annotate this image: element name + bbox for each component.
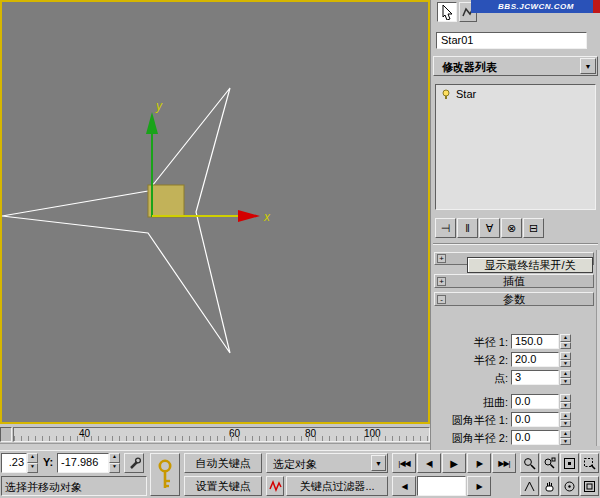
key-filters-button[interactable]: 关键点过滤器...: [286, 476, 388, 496]
key-icon: [156, 458, 174, 492]
rollout-toggle-icon[interactable]: -: [437, 295, 446, 304]
stack-item-star[interactable]: Star: [438, 87, 593, 102]
show-end-result-icon: ‖: [465, 222, 470, 234]
param-label: 点:: [431, 371, 508, 386]
zoom-icon: [523, 457, 536, 470]
distortion-field[interactable]: 0.0: [511, 394, 559, 409]
maximize-viewport-button[interactable]: [580, 476, 599, 496]
maximize-viewport-icon: [583, 480, 596, 493]
fillet-radius1-spinner[interactable]: ▲▼: [560, 412, 571, 427]
y-coordinate-label: Y:: [43, 456, 53, 468]
pan-hand-icon: [543, 480, 556, 493]
ruler-ticks: [14, 436, 429, 441]
y-coordinate-field[interactable]: -17.986: [57, 453, 109, 473]
star-spline[interactable]: [2, 88, 230, 353]
previous-key-button[interactable]: ◀: [392, 476, 416, 496]
current-frame-field[interactable]: [417, 476, 466, 496]
show-end-result-button[interactable]: ‖: [457, 218, 478, 238]
fillet-radius1-field[interactable]: 0.0: [511, 412, 559, 427]
radius1-field[interactable]: 150.0: [511, 334, 559, 349]
modifier-list-dropdown[interactable]: 修改器列表 ▼: [433, 56, 598, 76]
y-coordinate-spinner[interactable]: ▲▼: [109, 453, 120, 473]
arc-rotate-button[interactable]: [560, 476, 579, 496]
selection-set-label: 选定对象: [273, 457, 317, 472]
modifier-stack[interactable]: Star: [435, 84, 596, 210]
axis-x-label: x: [263, 210, 271, 224]
configure-modifier-sets-icon: ⊟: [529, 222, 538, 235]
param-label: 半径 2:: [431, 353, 508, 368]
zoom-extents-button[interactable]: [560, 453, 579, 473]
gizmo-plane-handle[interactable]: [148, 185, 184, 217]
banner-text: BBS.JCWCN.COM: [498, 2, 574, 11]
play-icon: ▶: [450, 458, 458, 469]
remove-modifier-icon: ⊗: [507, 222, 516, 235]
play-button[interactable]: ▶: [442, 453, 466, 473]
pan-button[interactable]: [540, 476, 559, 496]
configure-modifier-sets-button[interactable]: ⊟: [523, 218, 544, 238]
distortion-spinner[interactable]: ▲▼: [560, 394, 571, 409]
points-spinner[interactable]: ▲▼: [560, 370, 571, 385]
next-frame-icon: |▶: [476, 459, 482, 468]
param-label: 圆角半径 1:: [431, 413, 508, 428]
modifier-list-label: 修改器列表: [442, 60, 497, 75]
gizmo-x-arrowhead[interactable]: [238, 210, 260, 222]
viewport-canvas: y x: [2, 2, 428, 422]
rollout-interpolation[interactable]: + 插值: [434, 274, 594, 288]
select-object-button[interactable]: [437, 2, 457, 22]
radius1-spinner[interactable]: ▲▼: [560, 334, 571, 349]
status-bar: .23 ▲▼ Y: -17.986 ▲▼ 自动关键点 选定对象 ▼ |◀◀: [0, 450, 600, 498]
rollout-label: 插值: [503, 274, 525, 289]
next-key-button[interactable]: ▶: [467, 476, 491, 496]
fillet-radius2-field[interactable]: 0.0: [511, 430, 559, 445]
make-unique-button[interactable]: ∀: [479, 218, 500, 238]
param-row-distortion: 扭曲: 0.0 ▲▼: [431, 394, 600, 409]
zoom-all-button[interactable]: [540, 453, 559, 473]
selection-set-arrow-icon[interactable]: ▼: [371, 455, 386, 471]
rollout-toggle-icon[interactable]: +: [437, 277, 446, 286]
radius2-spinner[interactable]: ▲▼: [560, 352, 571, 367]
remove-modifier-button[interactable]: ⊗: [501, 218, 522, 238]
previous-key-icon: ◀: [401, 482, 406, 491]
panel-scrollbar[interactable]: [596, 250, 600, 446]
active-viewport[interactable]: y x: [0, 0, 430, 424]
prompt-line: 选择并移动对象: [1, 476, 147, 496]
track-strip[interactable]: [0, 443, 430, 450]
keyboard-override-button[interactable]: [124, 453, 144, 473]
zoom-button[interactable]: [520, 453, 539, 473]
track-bar: 40 60 80 100: [0, 424, 430, 450]
set-key-label: 设置关键点: [196, 479, 251, 494]
tooltip-show-end-result: 显示最终结果开/关: [467, 257, 593, 273]
points-field[interactable]: 3: [511, 370, 559, 385]
radius2-field[interactable]: 20.0: [511, 352, 559, 367]
fillet-radius2-spinner[interactable]: ▲▼: [560, 430, 571, 445]
go-to-start-button[interactable]: |◀◀: [392, 453, 416, 473]
zoom-region-button[interactable]: [580, 453, 599, 473]
selection-set-dropdown[interactable]: 选定对象 ▼: [266, 453, 388, 473]
rollout-label: 参数: [503, 292, 525, 307]
stack-item-label: Star: [456, 88, 476, 100]
rollout-toggle-icon[interactable]: +: [437, 254, 446, 263]
time-ruler[interactable]: 40 60 80 100: [13, 427, 430, 442]
field-of-view-button[interactable]: [520, 476, 539, 496]
param-row-fillet2: 圆角半径 2: 0.0 ▲▼: [431, 430, 600, 445]
red-curve-icon: [269, 480, 282, 492]
set-key-button[interactable]: 设置关键点: [184, 476, 262, 496]
go-to-start-icon: |◀◀: [398, 459, 409, 468]
previous-frame-button[interactable]: ◀|: [417, 453, 441, 473]
command-panel: BBS.JCWCN.COM Star01 修改器列表 ▼ Star ⊣ ‖ ∀ …: [430, 0, 600, 450]
key-mode-curve-button[interactable]: [266, 476, 284, 496]
auto-key-button[interactable]: 自动关键点: [184, 453, 262, 473]
set-keys-button[interactable]: [150, 453, 180, 496]
modifier-list-arrow-icon[interactable]: ▼: [580, 58, 596, 74]
go-to-end-button[interactable]: ▶▶|: [492, 453, 516, 473]
next-frame-button[interactable]: |▶: [467, 453, 491, 473]
3dsmax-window: y x BBS.JCWCN.COM Star01 修改器列表: [0, 0, 600, 498]
rollout-parameters[interactable]: - 参数: [434, 292, 594, 306]
wrench-icon: [128, 457, 141, 470]
x-coordinate-spinner[interactable]: ▲▼: [27, 453, 38, 473]
x-coordinate-field[interactable]: .23: [1, 453, 27, 473]
gizmo-y-arrowhead[interactable]: [146, 112, 158, 134]
panel-divider: [433, 243, 598, 245]
pin-stack-button[interactable]: ⊣: [435, 218, 456, 238]
object-name-field[interactable]: Star01: [436, 32, 587, 49]
